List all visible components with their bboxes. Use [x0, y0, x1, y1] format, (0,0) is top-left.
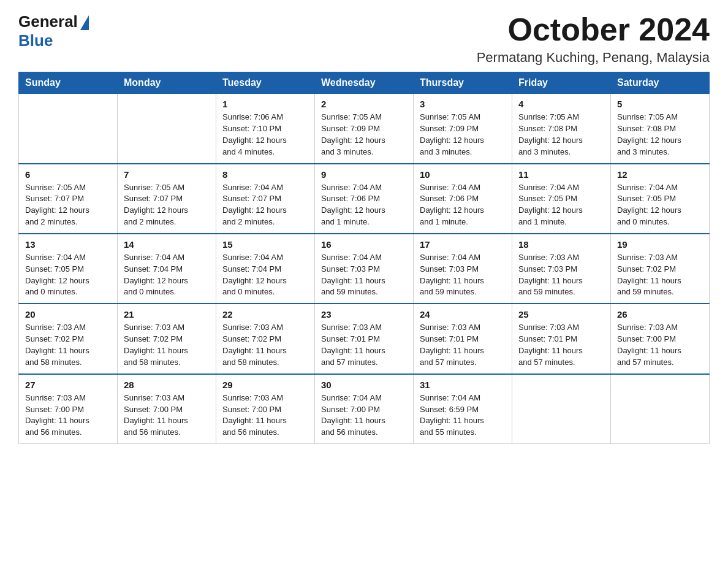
day-number: 14 [124, 239, 210, 250]
calendar-cell [19, 94, 118, 164]
calendar-cell: 21Sunrise: 7:03 AMSunset: 7:02 PMDayligh… [118, 304, 216, 373]
calendar-cell: 17Sunrise: 7:04 AMSunset: 7:03 PMDayligh… [414, 234, 512, 304]
day-number: 24 [420, 309, 506, 320]
weekday-header-sunday: Sunday [19, 72, 118, 94]
day-info: Sunrise: 7:04 AMSunset: 7:05 PMDaylight:… [25, 252, 111, 298]
day-info: Sunrise: 7:03 AMSunset: 7:01 PMDaylight:… [420, 322, 506, 368]
day-info: Sunrise: 7:03 AMSunset: 7:01 PMDaylight:… [321, 322, 407, 368]
calendar-cell: 4Sunrise: 7:05 AMSunset: 7:08 PMDaylight… [512, 94, 611, 164]
calendar-cell [512, 374, 611, 444]
day-info: Sunrise: 7:03 AMSunset: 7:00 PMDaylight:… [222, 393, 308, 439]
calendar-cell: 6Sunrise: 7:05 AMSunset: 7:07 PMDaylight… [19, 164, 118, 234]
day-number: 29 [222, 380, 308, 390]
day-info: Sunrise: 7:05 AMSunset: 7:09 PMDaylight:… [321, 112, 407, 158]
calendar-cell: 19Sunrise: 7:03 AMSunset: 7:02 PMDayligh… [611, 234, 710, 304]
logo-general-text: General [18, 12, 78, 31]
calendar-cell: 9Sunrise: 7:04 AMSunset: 7:06 PMDaylight… [315, 164, 414, 234]
calendar-cell: 5Sunrise: 7:05 AMSunset: 7:08 PMDaylight… [611, 94, 710, 164]
day-number: 22 [222, 309, 308, 320]
calendar-cell: 28Sunrise: 7:03 AMSunset: 7:00 PMDayligh… [118, 374, 216, 444]
day-number: 16 [321, 239, 407, 250]
calendar-cell: 11Sunrise: 7:04 AMSunset: 7:05 PMDayligh… [512, 164, 611, 234]
calendar-cell: 20Sunrise: 7:03 AMSunset: 7:02 PMDayligh… [19, 304, 118, 373]
calendar-cell: 23Sunrise: 7:03 AMSunset: 7:01 PMDayligh… [315, 304, 414, 373]
weekday-header-saturday: Saturday [611, 72, 710, 94]
day-info: Sunrise: 7:04 AMSunset: 7:04 PMDaylight:… [124, 252, 210, 298]
day-number: 1 [222, 99, 308, 109]
day-number: 17 [420, 239, 506, 250]
day-info: Sunrise: 7:04 AMSunset: 7:06 PMDaylight:… [321, 182, 407, 228]
day-number: 6 [25, 169, 111, 180]
day-info: Sunrise: 7:04 AMSunset: 7:03 PMDaylight:… [420, 252, 506, 298]
day-info: Sunrise: 7:04 AMSunset: 7:04 PMDaylight:… [222, 252, 308, 298]
calendar-cell: 2Sunrise: 7:05 AMSunset: 7:09 PMDaylight… [315, 94, 414, 164]
logo-triangle-icon [80, 15, 89, 30]
day-number: 12 [617, 169, 703, 180]
title-block: October 2024 Permatang Kuching, Penang, … [477, 12, 710, 66]
day-info: Sunrise: 7:05 AMSunset: 7:09 PMDaylight:… [420, 112, 506, 158]
calendar-cell: 26Sunrise: 7:03 AMSunset: 7:00 PMDayligh… [611, 304, 710, 373]
calendar-week-row: 6Sunrise: 7:05 AMSunset: 7:07 PMDaylight… [19, 164, 710, 234]
day-number: 13 [25, 239, 111, 250]
day-number: 26 [617, 309, 703, 320]
day-info: Sunrise: 7:04 AMSunset: 7:03 PMDaylight:… [321, 252, 407, 298]
day-number: 11 [518, 169, 604, 180]
calendar-cell: 22Sunrise: 7:03 AMSunset: 7:02 PMDayligh… [216, 304, 315, 373]
day-info: Sunrise: 7:05 AMSunset: 7:07 PMDaylight:… [124, 182, 210, 228]
day-number: 30 [321, 380, 407, 390]
day-info: Sunrise: 7:04 AMSunset: 7:07 PMDaylight:… [222, 182, 308, 228]
day-number: 3 [420, 99, 506, 109]
calendar-cell: 1Sunrise: 7:06 AMSunset: 7:10 PMDaylight… [216, 94, 315, 164]
day-number: 20 [25, 309, 111, 320]
day-number: 8 [222, 169, 308, 180]
location-text: Permatang Kuching, Penang, Malaysia [477, 50, 710, 66]
calendar-table: SundayMondayTuesdayWednesdayThursdayFrid… [18, 72, 710, 444]
day-info: Sunrise: 7:03 AMSunset: 7:02 PMDaylight:… [617, 252, 703, 298]
day-info: Sunrise: 7:03 AMSunset: 7:00 PMDaylight:… [25, 393, 111, 439]
logo: General Blue [18, 12, 89, 50]
day-info: Sunrise: 7:03 AMSunset: 7:01 PMDaylight:… [518, 322, 604, 368]
calendar-week-row: 27Sunrise: 7:03 AMSunset: 7:00 PMDayligh… [19, 374, 710, 444]
day-number: 25 [518, 309, 604, 320]
day-number: 23 [321, 309, 407, 320]
weekday-header-tuesday: Tuesday [216, 72, 315, 94]
calendar-cell: 8Sunrise: 7:04 AMSunset: 7:07 PMDaylight… [216, 164, 315, 234]
calendar-cell: 14Sunrise: 7:04 AMSunset: 7:04 PMDayligh… [118, 234, 216, 304]
calendar-cell: 31Sunrise: 7:04 AMSunset: 6:59 PMDayligh… [414, 374, 512, 444]
weekday-header-friday: Friday [512, 72, 611, 94]
calendar-cell: 18Sunrise: 7:03 AMSunset: 7:03 PMDayligh… [512, 234, 611, 304]
weekday-header-wednesday: Wednesday [315, 72, 414, 94]
day-number: 27 [25, 380, 111, 390]
calendar-cell: 24Sunrise: 7:03 AMSunset: 7:01 PMDayligh… [414, 304, 512, 373]
weekday-header-row: SundayMondayTuesdayWednesdayThursdayFrid… [19, 72, 710, 94]
calendar-cell: 29Sunrise: 7:03 AMSunset: 7:00 PMDayligh… [216, 374, 315, 444]
day-info: Sunrise: 7:03 AMSunset: 7:02 PMDaylight:… [25, 322, 111, 368]
day-number: 4 [518, 99, 604, 109]
day-info: Sunrise: 7:04 AMSunset: 7:05 PMDaylight:… [518, 182, 604, 228]
day-info: Sunrise: 7:04 AMSunset: 7:06 PMDaylight:… [420, 182, 506, 228]
calendar-cell [118, 94, 216, 164]
month-title: October 2024 [477, 12, 710, 47]
day-number: 7 [124, 169, 210, 180]
day-info: Sunrise: 7:03 AMSunset: 7:02 PMDaylight:… [124, 322, 210, 368]
day-info: Sunrise: 7:04 AMSunset: 7:00 PMDaylight:… [321, 393, 407, 439]
calendar-cell: 10Sunrise: 7:04 AMSunset: 7:06 PMDayligh… [414, 164, 512, 234]
day-number: 18 [518, 239, 604, 250]
day-info: Sunrise: 7:06 AMSunset: 7:10 PMDaylight:… [222, 112, 308, 158]
calendar-cell [611, 374, 710, 444]
weekday-header-thursday: Thursday [414, 72, 512, 94]
day-number: 10 [420, 169, 506, 180]
day-info: Sunrise: 7:04 AMSunset: 6:59 PMDaylight:… [420, 393, 506, 439]
weekday-header-monday: Monday [118, 72, 216, 94]
calendar-cell: 25Sunrise: 7:03 AMSunset: 7:01 PMDayligh… [512, 304, 611, 373]
calendar-cell: 15Sunrise: 7:04 AMSunset: 7:04 PMDayligh… [216, 234, 315, 304]
calendar-cell: 13Sunrise: 7:04 AMSunset: 7:05 PMDayligh… [19, 234, 118, 304]
day-info: Sunrise: 7:03 AMSunset: 7:00 PMDaylight:… [124, 393, 210, 439]
day-number: 28 [124, 380, 210, 390]
day-number: 2 [321, 99, 407, 109]
calendar-week-row: 1Sunrise: 7:06 AMSunset: 7:10 PMDaylight… [19, 94, 710, 164]
calendar-cell: 16Sunrise: 7:04 AMSunset: 7:03 PMDayligh… [315, 234, 414, 304]
day-info: Sunrise: 7:03 AMSunset: 7:00 PMDaylight:… [617, 322, 703, 368]
calendar-cell: 7Sunrise: 7:05 AMSunset: 7:07 PMDaylight… [118, 164, 216, 234]
day-info: Sunrise: 7:03 AMSunset: 7:03 PMDaylight:… [518, 252, 604, 298]
